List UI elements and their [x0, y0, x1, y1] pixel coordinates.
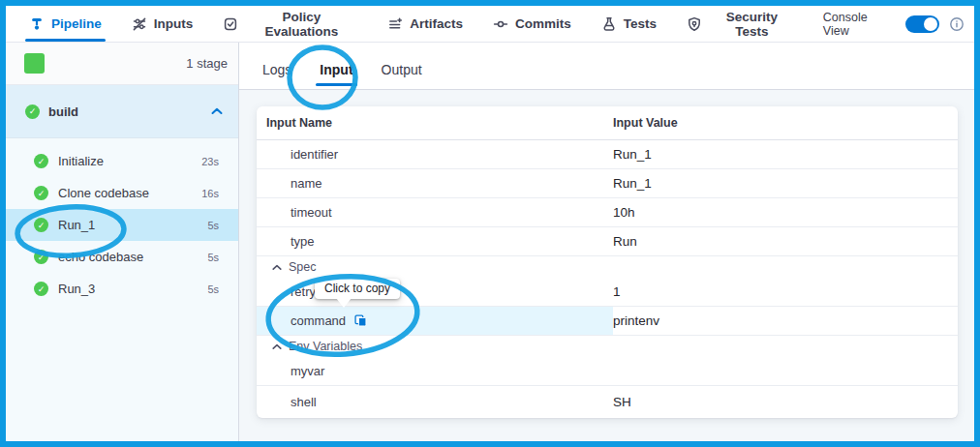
nav-tab-label: Policy Evaluations — [245, 10, 357, 39]
input-name-cell: type — [257, 227, 613, 255]
stages-sidebar: 1 stage ✓ build ✓ Initialize 23s ✓ Clone… — [6, 43, 239, 441]
nav-tab-policy-evaluations[interactable]: Policy Evaluations — [221, 6, 359, 42]
step-duration: 5s — [207, 220, 219, 231]
console-view-toggle[interactable] — [905, 15, 939, 33]
step-duration: 5s — [207, 283, 219, 295]
nav-tab-label: Security Tests — [709, 10, 795, 39]
table-row-timeout: timeout 10h — [257, 198, 958, 227]
tab-output[interactable]: Output — [378, 50, 426, 89]
security-tests-icon — [687, 16, 702, 32]
app-window: Pipeline Inputs Policy Evaluations Artif… — [0, 0, 980, 447]
table-row-name: name Run_1 — [257, 169, 958, 198]
input-name: shell — [291, 395, 317, 409]
success-check-icon: ✓ — [34, 250, 48, 264]
nav-tab-label: Commits — [515, 16, 571, 31]
info-icon[interactable] — [949, 16, 965, 32]
nav-tab-label: Pipeline — [51, 16, 102, 31]
table-row-type: type Run — [257, 227, 958, 256]
top-nav-tabs: Pipeline Inputs Policy Evaluations Artif… — [27, 6, 823, 42]
copy-tooltip-text: Click to copy — [324, 282, 390, 295]
section-env-variables[interactable]: Env Variables — [257, 336, 958, 357]
inputs-icon — [132, 16, 147, 32]
input-table-card: Input Name Input Value identifier Run_1 … — [257, 106, 958, 418]
nav-tab-label: Artifacts — [410, 16, 463, 31]
input-value-cell: printenv — [613, 313, 659, 328]
nav-tab-label: Inputs — [154, 16, 194, 31]
content-area: 1 stage ✓ build ✓ Initialize 23s ✓ Clone… — [6, 43, 974, 441]
step-run-3[interactable]: ✓ Run_3 5s — [6, 273, 238, 305]
stage-group-build[interactable]: ✓ build — [6, 85, 238, 138]
input-value-cell: Run_1 — [613, 176, 652, 191]
step-label: echo codebase — [58, 250, 143, 264]
input-name: type — [291, 234, 315, 249]
nav-tab-artifacts[interactable]: Artifacts — [385, 6, 465, 42]
tab-logs[interactable]: Logs — [259, 50, 295, 89]
tooltip-tail — [336, 298, 352, 315]
policy-evaluations-icon — [223, 16, 238, 32]
stage-status-square — [24, 53, 45, 74]
top-nav: Pipeline Inputs Policy Evaluations Artif… — [6, 6, 974, 43]
input-panel: Input Name Input Value identifier Run_1 … — [239, 90, 974, 441]
table-header: Input Name Input Value — [257, 106, 958, 140]
chevron-up-icon[interactable] — [211, 107, 223, 115]
toggle-knob — [924, 17, 937, 31]
step-duration: 5s — [207, 252, 219, 263]
step-echo-codebase[interactable]: ✓ echo codebase 5s — [6, 241, 238, 273]
step-list: ✓ Initialize 23s ✓ Clone codebase 16s ✓ … — [6, 138, 238, 305]
input-name-cell: identifier — [257, 140, 613, 168]
step-run-1[interactable]: ✓ Run_1 5s — [6, 209, 238, 241]
main-panel: LogsInputOutput Input Name Input Value i… — [239, 43, 974, 441]
input-value-cell: Run_1 — [613, 147, 652, 162]
detail-tabs: LogsInputOutput — [239, 43, 974, 90]
input-name: timeout — [291, 205, 332, 220]
table-row-identifier: identifier Run_1 — [257, 140, 958, 169]
success-check-icon: ✓ — [34, 218, 48, 232]
stage-count-label: 1 stage — [186, 56, 228, 71]
detail-tab-label: Logs — [262, 62, 291, 77]
section-spec[interactable]: Spec — [257, 256, 958, 278]
artifacts-icon — [387, 16, 403, 32]
input-name: identifier — [291, 147, 338, 162]
input-name-cell: name — [257, 169, 613, 197]
step-label: Run_1 — [58, 218, 95, 232]
input-name-cell: command — [257, 307, 613, 335]
input-name: command — [291, 313, 346, 328]
table-row-shell: shell SH — [257, 386, 958, 418]
input-name-cell: timeout — [257, 198, 613, 226]
input-name: myvar — [291, 364, 324, 378]
step-duration: 23s — [201, 156, 219, 167]
stage-summary-bar: 1 stage — [6, 43, 238, 85]
column-input-name: Input Name — [266, 116, 332, 130]
copy-icon[interactable] — [353, 313, 368, 328]
nav-tab-security-tests[interactable]: Security Tests — [685, 6, 797, 42]
step-label: Clone codebase — [58, 186, 149, 200]
step-label: Run_3 — [58, 282, 95, 296]
step-label: Initialize — [58, 154, 104, 168]
nav-tab-label: Tests — [624, 16, 657, 31]
column-input-value: Input Value — [613, 116, 678, 130]
section-label: Spec — [289, 260, 317, 274]
input-name: retry — [291, 284, 316, 299]
input-name-cell: shell — [257, 386, 613, 418]
chevron-up-icon — [272, 343, 282, 350]
nav-tab-pipeline[interactable]: Pipeline — [27, 6, 104, 42]
success-check-icon: ✓ — [34, 186, 48, 200]
success-check-icon: ✓ — [34, 282, 48, 296]
table-row-command: command printenv — [257, 307, 958, 336]
stage-name: build — [48, 104, 78, 119]
tests-icon — [601, 16, 617, 32]
tab-input[interactable]: Input — [316, 50, 356, 89]
console-view-control: Console View — [823, 6, 965, 42]
commits-icon — [493, 16, 508, 32]
success-check-icon: ✓ — [34, 154, 48, 168]
input-value-cell: 10h — [613, 205, 635, 220]
input-value-cell: Run — [613, 234, 637, 249]
step-initialize[interactable]: ✓ Initialize 23s — [6, 145, 238, 177]
console-view-label: Console View — [823, 11, 896, 38]
step-clone-codebase[interactable]: ✓ Clone codebase 16s — [6, 177, 238, 209]
input-value-cell: SH — [613, 395, 631, 409]
nav-tab-tests[interactable]: Tests — [599, 6, 658, 42]
nav-tab-inputs[interactable]: Inputs — [130, 6, 196, 42]
section-label: Env Variables — [289, 340, 362, 353]
nav-tab-commits[interactable]: Commits — [491, 6, 573, 42]
